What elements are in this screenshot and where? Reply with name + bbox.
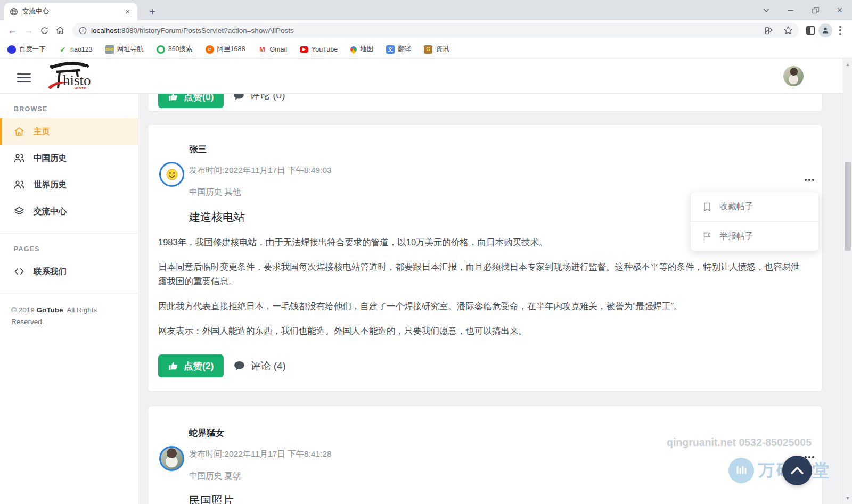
post-card-previous: 点赞(0) 评论 (0) [148,94,823,112]
like-button[interactable]: 点赞(0) [158,94,224,108]
browser-toolbar: ← → localhost:8080/historyForum/PostsSer… [0,20,852,40]
back-icon[interactable]: ← [4,22,20,38]
people-icon [14,153,24,163]
scrollbar-down-icon[interactable]: ▼ [843,495,852,501]
bookmark-baidu[interactable]: 百度一下 [7,45,46,54]
code-icon [14,266,24,277]
site-logo[interactable]: histo HISTO [47,61,116,93]
copyright: © 2019 GoTube. All Rights Reserved. [0,294,138,338]
user-avatar[interactable] [783,66,804,86]
sidebar-item-label: 主页 [34,126,50,137]
sidebar-section-pages: PAGES [0,234,138,258]
tab-title: 交流中心 [22,7,119,16]
sidebar: BROWSE 主页 中国历史 世界历史 交流中心 PAGES 联系我们 © 20… [0,94,139,504]
post-paragraph: 日本同意后临时变更条件，要求我国每次焊接核电站管道时，都要跟日本汇报，而且必须找… [158,260,804,288]
browser-tabstrip: 交流中心 × + × [0,0,852,20]
post-avatar [159,446,184,471]
layers-icon [14,206,24,217]
sidebar-item-contact[interactable]: 联系我们 [0,258,138,285]
globe-icon [10,7,18,16]
sidebar-item-china-history[interactable]: 中国历史 [0,145,138,171]
browser-tab[interactable]: 交流中心 × [4,3,137,20]
bookmark-icon [702,202,712,212]
post-title: 民国照片 [189,493,822,504]
site-header: histo HISTO [0,59,843,94]
window-restore-button[interactable] [803,0,828,20]
hamburger-menu-icon[interactable] [17,70,31,85]
site-info-icon[interactable] [79,27,87,35]
360-favicon [157,45,165,54]
post-paragraph: 网友表示：外国人能造的东西，我们也能造。外国人不能造的，只要我们愿意，也可以搞出… [158,324,804,338]
comment-icon [234,360,245,371]
logo-subtext: HISTO [75,87,87,90]
scrollbar-thumb[interactable] [845,162,851,251]
people-icon [14,179,24,190]
home-icon[interactable] [52,22,68,38]
maps-favicon [349,45,358,54]
home-icon [14,126,24,137]
menu-item-report[interactable]: 举报帖子 [691,221,818,251]
hao123-favicon: ✓ [59,45,67,54]
post-time: 发布时间:2022年11月17日 下午8:49:03 [189,165,822,176]
2345-favicon: 2345 [105,45,114,54]
like-button[interactable]: 点赞(2) [158,354,224,377]
sidebar-item-label: 联系我们 [34,266,67,277]
translate-favicon: 文 [386,45,395,54]
bookmark-news[interactable]: G资讯 [424,45,449,54]
post-options-menu: 收藏帖子 举报帖子 [690,192,819,251]
post-card: 张三 发布时间:2022年11月17日 下午8:49:03 中国历史 其他 建造… [148,124,823,392]
address-bar[interactable]: localhost:8080/historyForum/PostsServlet… [72,23,799,38]
page-scrollbar[interactable]: ▲ ▼ [843,59,852,504]
bookmark-youtube[interactable]: ▶YouTube [300,46,338,53]
bookmark-gmail[interactable]: MGmail [258,45,287,54]
gmail-favicon: M [258,45,266,54]
post-time: 发布时间:2022年11月17日 下午8:41:28 [189,449,822,460]
sidebar-item-forum[interactable]: 交流中心 [0,198,138,225]
scroll-to-top-button[interactable] [782,456,812,485]
post-author: 张三 [189,144,822,155]
chevron-up-icon [790,466,804,475]
ali1688-favicon: e [206,45,214,54]
sidebar-item-label: 中国历史 [34,153,67,164]
thumbs-up-icon [168,94,178,102]
post-category: 中国历史 夏朝 [189,470,822,482]
scrollbar-up-icon[interactable]: ▲ [843,62,852,67]
menu-item-favorite[interactable]: 收藏帖子 [691,192,818,221]
thumbs-up-icon [168,361,178,371]
browser-menu-icon[interactable] [833,23,848,38]
forward-icon[interactable]: → [20,22,36,38]
sidebar-item-world-history[interactable]: 世界历史 [0,171,138,198]
news-favicon: G [424,45,432,54]
reload-icon[interactable] [36,22,52,38]
comment-link[interactable]: 评论 (4) [234,359,286,373]
bookmark-star-icon[interactable] [781,23,796,38]
bookmark-translate[interactable]: 文翻译 [386,45,411,54]
baidu-favicon [7,45,16,54]
share-icon[interactable] [761,23,776,38]
tab-close-icon[interactable]: × [123,6,132,16]
sidebar-item-label: 世界历史 [34,179,67,191]
tab-search-chevron-icon[interactable] [754,0,779,20]
new-tab-button[interactable]: + [145,4,160,19]
browser-profile-icon[interactable] [818,23,833,38]
side-panel-icon[interactable] [803,23,818,38]
youtube-favicon: ▶ [300,46,308,53]
bookmark-360[interactable]: 360搜索 [157,45,193,54]
bookmarks-bar: 百度一下 ✓hao123 2345网址导航 360搜索 e阿里1688 MGma… [0,40,852,59]
flag-icon [702,232,712,241]
window-minimize-button[interactable] [779,0,803,20]
bookmark-maps[interactable]: 地图 [350,45,373,54]
bookmark-2345[interactable]: 2345网址导航 [105,45,144,54]
sidebar-item-home[interactable]: 主页 [0,118,138,145]
bookmark-ali1688[interactable]: e阿里1688 [206,45,245,54]
sidebar-section-browse: BROWSE [0,94,138,118]
comment-icon [233,94,244,101]
post-avatar [159,162,184,187]
url-text: localhost:8080/historyForum/PostsServlet… [91,27,757,35]
sidebar-item-label: 交流中心 [34,206,67,217]
window-close-button[interactable]: × [828,0,852,20]
smiley-icon [166,169,178,180]
post-paragraph: 因此我方代表直接拒绝日本，一毛钱都没有给他们，自建了一个焊接研究室。潘际銮临危受… [158,299,804,313]
comment-link[interactable]: 评论 (0) [233,94,285,102]
bookmark-hao123[interactable]: ✓hao123 [59,45,93,54]
